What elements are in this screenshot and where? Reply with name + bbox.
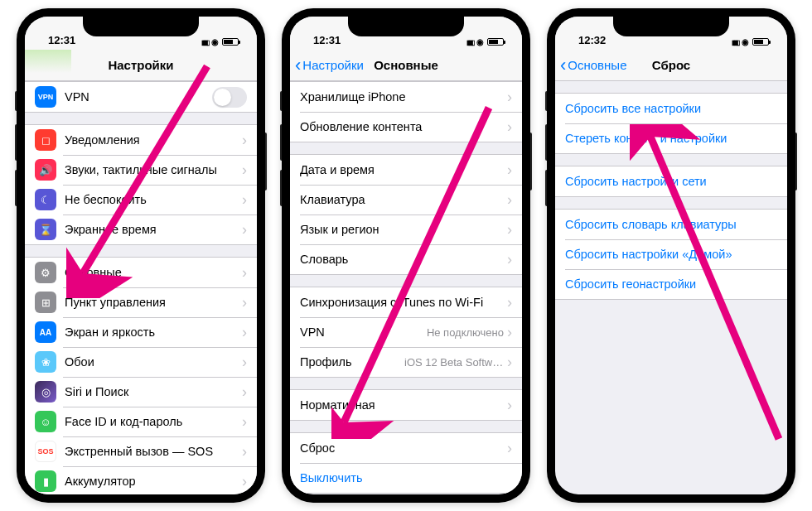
row-regulatory[interactable]: Нормативная› xyxy=(290,390,522,420)
row-label: Экстренный вызов — SOS xyxy=(65,445,242,458)
row-reset-network[interactable]: Сбросить настройки сети xyxy=(555,166,787,196)
green-highlight xyxy=(25,50,71,73)
row-reset-home[interactable]: Сбросить настройки «Домой» xyxy=(555,239,787,269)
row-battery[interactable]: ▮ Аккумулятор › xyxy=(25,466,257,494)
row-general[interactable]: ⚙ Основные › xyxy=(25,258,257,287)
row-notifications[interactable]: ◻ Уведомления › xyxy=(25,125,257,155)
row-erase-content[interactable]: Стереть контент и настройки xyxy=(555,123,787,153)
notch xyxy=(83,17,199,36)
row-reset-keyboard-dict[interactable]: Сбросить словарь клавиатуры xyxy=(555,210,787,239)
chevron-icon: › xyxy=(242,324,247,341)
nav-title: Настройки xyxy=(108,58,173,72)
row-dnd[interactable]: ☾ Не беспокоить › xyxy=(25,185,257,215)
row-vpn[interactable]: VPNНе подключено› xyxy=(290,317,522,347)
row-label: Дата и время xyxy=(300,163,507,176)
chevron-icon: › xyxy=(242,264,247,282)
chevron-icon: › xyxy=(242,294,247,311)
back-button[interactable]: ‹Настройки xyxy=(295,56,364,75)
row-label: Синхронизация с iTunes по Wi-Fi xyxy=(300,296,507,309)
siri-icon: ◎ xyxy=(35,381,56,403)
row-label: Профиль xyxy=(300,355,404,369)
general-list[interactable]: Хранилище iPhone› Обновление контента› Д… xyxy=(290,81,522,494)
row-label: VPN xyxy=(300,325,427,339)
row-label: Не беспокоить xyxy=(65,193,242,206)
row-label: Сброс xyxy=(300,441,507,455)
chevron-icon: › xyxy=(507,221,512,239)
row-label: Сбросить геонастройки xyxy=(565,277,696,291)
wallpaper-icon: ❀ xyxy=(35,351,56,373)
row-profile[interactable]: ПрофильiOS 12 Beta Software Profile› xyxy=(290,347,522,377)
nav-bar: ‹Основные Сброс xyxy=(555,50,787,81)
chevron-icon: › xyxy=(507,191,512,209)
row-dictionary[interactable]: Словарь› xyxy=(290,244,522,274)
row-storage[interactable]: Хранилище iPhone› xyxy=(290,82,522,112)
row-reset-location[interactable]: Сбросить геонастройки xyxy=(555,269,787,299)
back-label: Основные xyxy=(568,58,626,72)
chevron-icon: › xyxy=(242,161,247,179)
row-siri[interactable]: ◎ Siri и Поиск › xyxy=(25,377,257,407)
vpn-toggle[interactable] xyxy=(212,87,247,108)
row-label: Основные xyxy=(65,266,242,279)
row-label: Сбросить словарь клавиатуры xyxy=(565,218,737,231)
chevron-icon: › xyxy=(507,89,512,106)
chevron-icon: › xyxy=(507,324,512,341)
row-label: Экранное время xyxy=(65,223,242,236)
chevron-icon: › xyxy=(242,413,247,431)
faceid-icon: ☺ xyxy=(35,411,56,432)
nav-title: Основные xyxy=(374,58,438,72)
chevron-icon: › xyxy=(507,397,512,414)
row-reset-all-settings[interactable]: Сбросить все настройки xyxy=(555,94,787,123)
row-itunes-sync[interactable]: Синхронизация с iTunes по Wi-Fi› xyxy=(290,287,522,317)
chevron-icon: › xyxy=(242,221,247,239)
row-display[interactable]: AA Экран и яркость › xyxy=(25,317,257,347)
status-time: 12:31 xyxy=(43,34,75,46)
phone-1: 12:31 Настройки VPN VPN ◻ Уведомления › xyxy=(17,8,265,503)
chevron-icon: › xyxy=(507,161,512,179)
chevron-icon: › xyxy=(242,473,247,490)
row-language[interactable]: Язык и регион› xyxy=(290,215,522,244)
row-shutdown[interactable]: Выключить xyxy=(290,463,522,493)
row-label: Сбросить настройки сети xyxy=(565,175,707,188)
back-button[interactable]: ‹Основные xyxy=(560,56,627,75)
row-sos[interactable]: SOS Экстренный вызов — SOS › xyxy=(25,436,257,466)
status-indicators xyxy=(732,36,769,46)
chevron-icon: › xyxy=(507,294,512,311)
row-label: Словарь xyxy=(300,253,507,266)
phone-2: 12:31 ‹Настройки Основные Хранилище iPho… xyxy=(282,8,530,503)
row-label: Нормативная xyxy=(300,398,507,412)
row-value: iOS 12 Beta Software Profile xyxy=(404,356,504,369)
row-faceid[interactable]: ☺ Face ID и код-пароль › xyxy=(25,407,257,436)
status-indicators xyxy=(201,36,239,46)
row-reset[interactable]: Сброс› xyxy=(290,433,522,463)
row-background-refresh[interactable]: Обновление контента› xyxy=(290,112,522,142)
row-wallpaper[interactable]: ❀ Обои › xyxy=(25,347,257,377)
row-label: Пункт управления xyxy=(65,296,242,309)
reset-list[interactable]: Сбросить все настройки Стереть контент и… xyxy=(555,81,787,494)
row-label: Сбросить настройки «Домой» xyxy=(565,248,732,261)
chevron-left-icon: ‹ xyxy=(560,56,566,75)
status-time: 12:32 xyxy=(573,34,606,46)
row-value: Не подключено xyxy=(427,326,504,339)
row-label: Siri и Поиск xyxy=(65,385,242,398)
row-label: Сбросить все настройки xyxy=(565,102,701,115)
notch xyxy=(348,17,464,36)
row-sounds[interactable]: 🔊 Звуки, тактильные сигналы › xyxy=(25,155,257,185)
row-datetime[interactable]: Дата и время› xyxy=(290,155,522,185)
row-screentime[interactable]: ⌛ Экранное время › xyxy=(25,215,257,244)
general-icon: ⚙ xyxy=(35,262,56,283)
row-vpn[interactable]: VPN VPN xyxy=(25,82,257,112)
row-keyboard[interactable]: Клавиатура› xyxy=(290,185,522,215)
sos-icon: SOS xyxy=(35,441,56,462)
row-label: Аккумулятор xyxy=(65,475,242,488)
nav-title: Сброс xyxy=(652,58,690,72)
row-label: Обновление контента xyxy=(300,120,507,133)
row-label: Выключить xyxy=(300,471,512,484)
row-control-center[interactable]: ⊞ Пункт управления › xyxy=(25,287,257,317)
chevron-icon: › xyxy=(242,354,247,371)
chevron-icon: › xyxy=(507,440,512,457)
row-label: Язык и регион xyxy=(300,223,507,236)
settings-list[interactable]: VPN VPN ◻ Уведомления › 🔊 Звуки, тактиль… xyxy=(25,81,257,494)
chevron-left-icon: ‹ xyxy=(295,56,301,75)
phone-3: 12:32 ‹Основные Сброс Сбросить все настр… xyxy=(547,8,795,503)
row-label: Звуки, тактильные сигналы xyxy=(65,163,242,176)
